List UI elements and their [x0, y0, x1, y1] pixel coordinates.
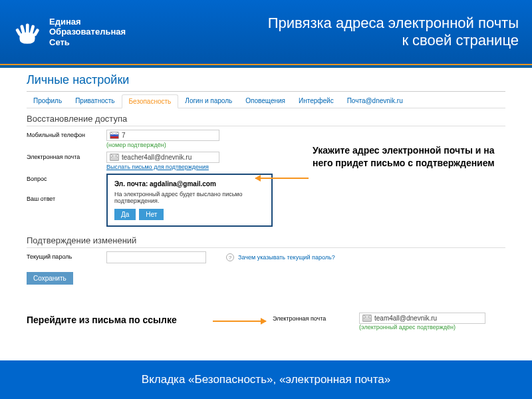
header-title: Привязка адреса электронной почты к свое…: [268, 15, 519, 49]
divider: [27, 91, 505, 92]
arrow-1: [255, 178, 309, 179]
header-title-l1: Привязка адреса электронной почты: [268, 15, 519, 32]
tabs: Профиль Приватность Безопасность Логин и…: [27, 94, 505, 108]
brand-logo: Единая Образовательная Сеть: [13, 17, 126, 48]
tab-mail[interactable]: Почта@dnevnik.ru: [340, 94, 410, 108]
header-title-l2: к своей странице: [268, 32, 519, 49]
page-title: Личные настройки: [27, 73, 505, 87]
footer-caption: Вкладка «Безопасность», «электронная поч…: [0, 360, 532, 399]
confirmed-email-label: Электронная почта: [273, 315, 352, 322]
email-label: Электронная почта: [27, 152, 100, 160]
help-icon[interactable]: ?: [226, 253, 234, 261]
answer-label: Ваш ответ: [27, 194, 100, 202]
save-button[interactable]: Сохранить: [27, 272, 73, 285]
hand-icon: [13, 18, 41, 46]
brand-line1: Единая: [49, 17, 126, 27]
confirmed-email-value: team4all@dnevnik.ru: [374, 315, 437, 322]
popup-title: Эл. почта: agdalina@gmail.com: [114, 180, 265, 188]
phone-value: 7: [122, 132, 126, 139]
section-confirm-title: Подтверждение изменений: [27, 235, 505, 248]
phone-label: Мобильный телефон: [27, 130, 100, 138]
phone-input[interactable]: 7: [106, 130, 219, 141]
confirmed-email-input[interactable]: team4all@dnevnik.ru: [359, 313, 485, 324]
password-input[interactable]: [106, 251, 206, 263]
envelope-icon: [362, 315, 372, 322]
phone-flag-icon: [110, 132, 119, 139]
popup-yes-button[interactable]: Да: [114, 209, 136, 220]
tab-security[interactable]: Безопасность: [122, 94, 179, 108]
help-link[interactable]: Зачем указывать текущий пароль?: [238, 254, 335, 261]
envelope-icon: [110, 154, 119, 161]
question-label: Вопрос: [27, 174, 100, 182]
popup-text: На электронный адрес будет выслано письм…: [114, 191, 265, 204]
tab-interface[interactable]: Интерфейс: [292, 94, 340, 108]
popup-no-button[interactable]: Нет: [139, 209, 164, 220]
password-label: Текущий пароль: [27, 251, 100, 260]
brand-line2: Образовательная: [49, 27, 126, 37]
confirmed-email-area: Электронная почта team4all@dnevnik.ru (э…: [273, 313, 485, 331]
tab-profile[interactable]: Профиль: [27, 94, 68, 108]
email-value: teacher4all@dnevnik.ru: [122, 154, 192, 161]
callout-1: Укажите адрес электронной почты и на нег…: [313, 144, 505, 170]
section-recovery-title: Восстановление доступа: [27, 114, 505, 126]
tab-notifications[interactable]: Оповещения: [239, 94, 292, 108]
email-confirm-popup: Эл. почта: agdalina@gmail.com На электро…: [106, 174, 273, 227]
tab-login[interactable]: Логин и пароль: [178, 94, 239, 108]
tab-privacy[interactable]: Приватность: [68, 94, 121, 108]
brand-line3: Сеть: [49, 37, 126, 48]
arrow-2: [213, 321, 266, 322]
confirmed-email-hint: (электронный адрес подтверждён): [359, 324, 485, 331]
email-input[interactable]: teacher4all@dnevnik.ru: [106, 152, 219, 163]
